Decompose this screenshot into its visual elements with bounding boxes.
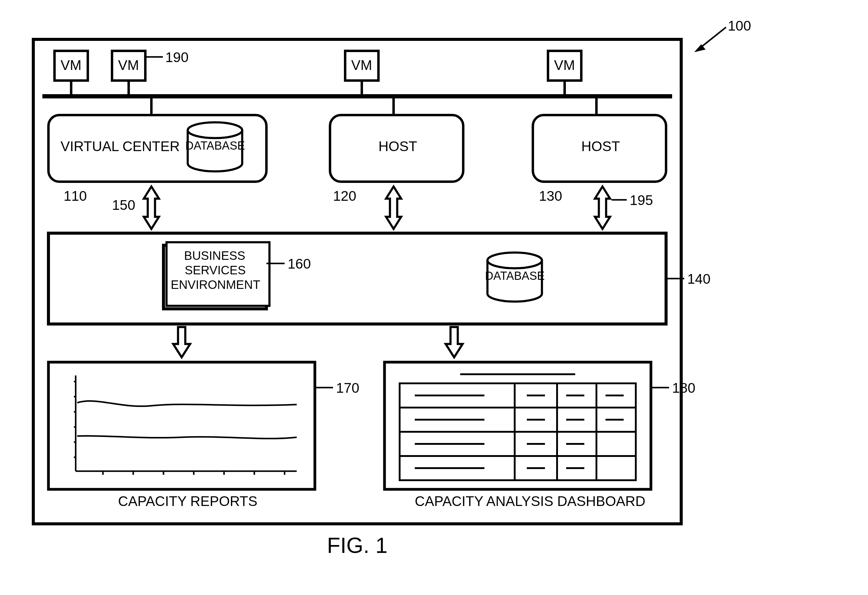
ref-150: 150 [112,197,135,213]
database-label-wide: DATABASE [485,270,545,282]
ref-110: 110 [63,188,87,204]
svg-point-17 [188,123,242,138]
ref-130: 130 [539,188,562,204]
figure-caption: FIG. 1 [327,533,388,558]
ref-180: 180 [672,380,695,396]
svg-rect-21 [49,233,666,324]
svg-rect-0 [33,39,681,524]
bse-line3: ENVIRONMENT [171,278,260,292]
vm-label-4: VM [554,57,575,73]
svg-rect-27 [49,362,315,489]
vm-label-3: VM [351,57,372,73]
database-label-vc: DATABASE [185,139,245,152]
ref-140: 140 [687,271,710,287]
vm-label-2: VM [118,57,139,73]
ref-160: 160 [288,255,311,272]
host-label-1: HOST [378,138,417,154]
ref-120: 120 [333,188,356,204]
ref-170: 170 [336,380,359,396]
vm-label-1: VM [61,57,81,73]
virtual-center-label: VIRTUAL CENTER [61,138,180,154]
capacity-reports-label: CAPACITY REPORTS [118,493,257,509]
ref-190: 190 [165,49,189,65]
svg-rect-44 [384,362,651,489]
bse-line1: BUSINESS [184,249,245,263]
svg-point-26 [487,252,542,268]
diagram-canvas: VM VM VM VM VIRTUAL CENTER DATABASE HOST… [0,0,868,595]
capacity-dashboard-label: CAPACITY ANALYSIS DASHBOARD [415,493,645,509]
host-label-2: HOST [581,138,620,154]
ref-195: 195 [630,192,653,208]
ref-100: 100 [728,18,751,34]
bse-line2: SERVICES [185,263,246,277]
